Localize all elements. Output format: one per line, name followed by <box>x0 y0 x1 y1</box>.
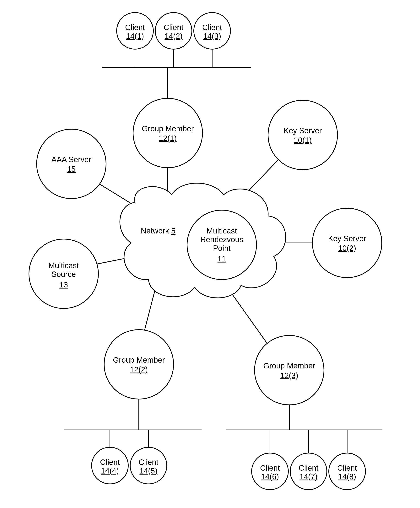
client-8-ref: 14(8) <box>338 472 356 481</box>
network-diagram: Network 5 Multicast Rendezvous Point 11 … <box>0 0 420 508</box>
client-8-label: Client <box>337 464 357 472</box>
msource-label: Multicast <box>48 261 79 270</box>
gm2-ref: 12(2) <box>130 365 148 374</box>
group-member-2-node <box>104 330 173 399</box>
client-7-ref: 14(7) <box>300 472 317 481</box>
msource-ref: 13 <box>59 281 68 289</box>
gm3-label: Group Member <box>263 361 315 370</box>
client-4-label: Client <box>100 458 120 466</box>
client-5-ref: 14(5) <box>139 467 157 475</box>
line <box>143 285 156 337</box>
client-1-label: Client <box>125 23 145 32</box>
client-3-ref: 14(3) <box>203 32 221 40</box>
client-7-label: Client <box>299 464 318 472</box>
rendezvous-label: Multicast <box>207 226 237 235</box>
group-member-1-node <box>133 98 202 168</box>
aaa-label: AAA Server <box>52 155 91 164</box>
gm2-label: Group Member <box>113 356 165 364</box>
client-5-label: Client <box>139 458 158 466</box>
client-2-ref: 14(2) <box>165 32 182 40</box>
ks1-ref: 10(1) <box>294 136 312 144</box>
gm3-ref: 12(3) <box>280 371 298 380</box>
network-label: Network 5 <box>141 226 175 235</box>
rendezvous-label: Rendezvous <box>200 235 243 244</box>
client-3-label: Client <box>202 23 222 32</box>
client-6-ref: 14(6) <box>261 472 279 481</box>
key-server-1-node <box>268 100 338 170</box>
client-1-ref: 14(1) <box>126 32 144 40</box>
client-4-ref: 14(4) <box>101 467 119 475</box>
ks2-label: Key Server <box>328 234 366 243</box>
ks1-label: Key Server <box>284 126 322 135</box>
gm1-label: Group Member <box>142 124 194 133</box>
msource-label: Source <box>52 270 76 278</box>
aaa-server-node <box>37 129 106 199</box>
client-2-label: Client <box>164 23 183 32</box>
ks2-ref: 10(2) <box>338 244 356 252</box>
rendezvous-label: Point <box>213 244 230 252</box>
key-server-2-node <box>312 208 382 278</box>
rendezvous-ref: 11 <box>218 254 226 263</box>
gm1-ref: 12(1) <box>159 134 177 142</box>
group-member-3-node <box>255 336 324 405</box>
client-6-label: Client <box>260 464 280 472</box>
aaa-ref: 15 <box>67 165 76 173</box>
